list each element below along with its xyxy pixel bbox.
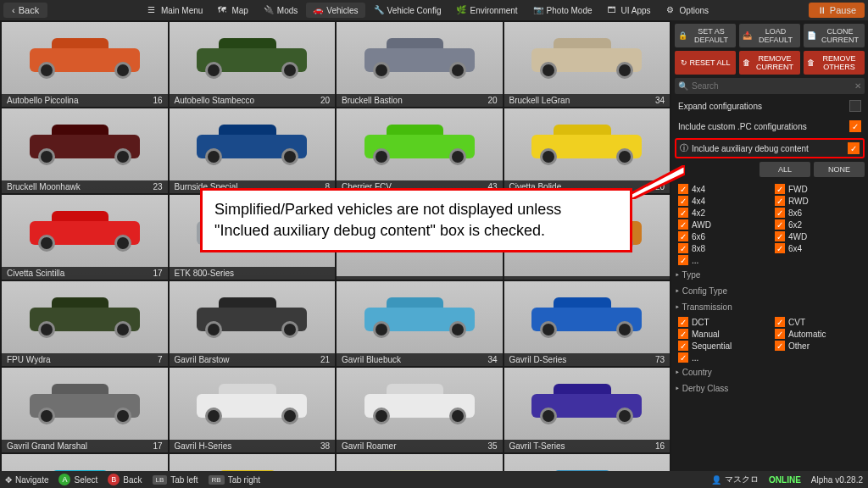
filter-item[interactable]: ... [678, 352, 768, 363]
search-box[interactable]: 🔍 ✕ [675, 78, 865, 94]
vehicle-name: Bruckell LeGran [509, 96, 570, 105]
remove-others-button[interactable]: 🗑 REMOVE OTHERS [804, 51, 865, 75]
nav-vehicles[interactable]: 🚗Vehicles [306, 3, 364, 18]
vehicle-count: 34 [487, 355, 497, 364]
include-custom-check[interactable]: Include custom .PC configurations [675, 118, 865, 135]
select-hint: ASelect [58, 474, 97, 485]
filter-item[interactable]: Automatic [775, 329, 865, 339]
nav-mods[interactable]: 🔌Mods [257, 3, 304, 18]
filter-item[interactable]: Manual [678, 329, 768, 339]
annotation-callout: Simplified/Parked vehicles are not displ… [200, 188, 632, 252]
clone-current-button[interactable]: 📄 CLONE CURRENT [804, 24, 865, 47]
map-icon: 🗺 [218, 5, 228, 15]
vehicle-card[interactable] [2, 454, 168, 471]
vehicle-card[interactable]: Civetta Scintilla17 [2, 195, 168, 280]
vehicle-card[interactable]: Bruckell Moonhawk23 [2, 108, 168, 193]
vehicle-count: 21 [320, 355, 330, 364]
include-custom-label: Include custom .PC configurations [678, 122, 807, 131]
checkbox-checked-icon [775, 231, 785, 241]
checkbox-checked-icon [678, 341, 688, 351]
vehicle-card[interactable]: Civetta Bolide20 [504, 108, 670, 193]
filter-item[interactable]: 6x2 [775, 219, 865, 230]
nav-environment[interactable]: 🌿Environment [449, 3, 524, 18]
transmission-filters: DCTCVTManualAutomaticSequentialOther... [675, 317, 865, 363]
checkbox-checked-icon [678, 329, 688, 339]
vehicle-card[interactable]: FPU Wydra7 [2, 281, 168, 366]
vehicle-card[interactable]: Gavril Bluebuck34 [337, 281, 503, 366]
filter-item[interactable]: 8x8 [678, 243, 768, 253]
env-icon: 🌿 [456, 5, 466, 15]
checkbox-checked-icon [678, 231, 688, 241]
vehicle-card[interactable]: Gavril Barstow21 [170, 281, 336, 366]
set-default-button[interactable]: 🔒 SET AS DEFAULT [675, 24, 736, 47]
nav-options[interactable]: ⚙Options [659, 3, 715, 18]
vehicle-card[interactable] [337, 454, 503, 471]
vehicle-card[interactable]: Gavril Grand Marshal17 [2, 368, 168, 452]
gear-icon: ⚙ [666, 5, 676, 15]
vehicle-card[interactable]: Gavril H-Series38 [170, 368, 336, 452]
type-heading[interactable]: ‣ Type [675, 270, 865, 280]
search-input[interactable] [692, 81, 851, 91]
derby-heading[interactable]: ‣ Derby Class [675, 384, 865, 393]
nav-ui-apps[interactable]: 🗔UI Apps [601, 3, 658, 18]
filter-item[interactable]: FWD [775, 184, 865, 194]
vehicle-card[interactable]: Cherrier FCV43 [337, 108, 503, 193]
vehicle-card[interactable]: Bruckell Bastion20 [337, 22, 503, 107]
tabright-hint: RBTab right [209, 475, 260, 485]
vehicle-card[interactable]: Gavril T-Series16 [504, 368, 670, 452]
filter-item[interactable]: 6x6 [678, 231, 768, 241]
filter-item[interactable]: 4WD [775, 231, 865, 241]
filter-item[interactable]: Other [775, 341, 865, 351]
vehicle-card[interactable]: Gavril D-Series73 [504, 281, 670, 366]
vehicle-card[interactable]: Gavril Roamer35 [337, 368, 503, 452]
filter-item[interactable]: 4x2 [678, 208, 768, 218]
ui-icon: 🗔 [608, 5, 618, 15]
nav-main-menu[interactable]: ☰Main Menu [141, 3, 209, 18]
reset-all-button[interactable]: ↻ RESET ALL [675, 51, 736, 75]
filter-item[interactable]: 6x4 [775, 243, 865, 253]
back-button[interactable]: ‹ Back [3, 3, 47, 18]
none-button[interactable]: NONE [814, 162, 865, 177]
a-button-icon: A [58, 474, 70, 485]
expand-configs-check[interactable]: Expand configurations [675, 97, 865, 114]
vehicle-name: FPU Wydra [7, 355, 51, 364]
include-debug-check[interactable]: ⓘ Include auxiliary debug content [675, 138, 865, 158]
vehicle-name: Gavril Barstow [175, 355, 230, 364]
vehicle-card[interactable] [504, 454, 670, 471]
vehicle-count: 35 [487, 441, 497, 451]
nav-map[interactable]: 🗺Map [211, 3, 254, 18]
clear-icon[interactable]: ✕ [854, 81, 861, 91]
vehicle-card[interactable]: Autobello Stambecco20 [170, 22, 336, 107]
vehicle-card[interactable] [170, 454, 336, 471]
online-status: ONLINE [769, 475, 801, 485]
filter-item[interactable]: CVT [775, 317, 865, 327]
vehicle-count: 23 [153, 182, 162, 191]
filter-item[interactable]: DCT [678, 317, 768, 327]
checkbox-checked-icon [775, 317, 785, 327]
version-label: Alpha v0.28.2 [811, 475, 863, 485]
info-icon: ⓘ [680, 142, 688, 154]
vehicle-card[interactable]: Burnside Special8 [170, 108, 336, 193]
filter-item[interactable]: AWD [678, 219, 768, 230]
filter-item[interactable]: 4x4 [678, 184, 768, 194]
all-button[interactable]: ALL [760, 162, 810, 177]
vehicle-card[interactable]: Autobello Piccolina16 [2, 22, 168, 107]
filter-item[interactable]: 8x6 [775, 208, 865, 218]
checkbox-checked-icon [678, 219, 688, 230]
configtype-heading[interactable]: ‣ Config Type [675, 286, 865, 296]
vehicle-name: ETK 800-Series [175, 269, 235, 278]
filter-item[interactable]: ... [678, 255, 768, 265]
nav-vehicle-config[interactable]: 🔧Vehicle Config [367, 3, 448, 18]
load-default-button[interactable]: 📥 LOAD DEFAULT [739, 24, 800, 47]
filter-item[interactable]: Sequential [678, 341, 768, 351]
filter-item[interactable]: 4x4 [678, 196, 768, 206]
remove-current-button[interactable]: 🗑 REMOVE CURRENT [739, 51, 800, 75]
vehicle-name: Bruckell Moonhawk [7, 182, 81, 191]
filter-item[interactable]: RWD [775, 196, 865, 206]
transmission-heading[interactable]: ‣ Transmission [675, 302, 865, 312]
nav-photo-mode[interactable]: 📷Photo Mode [526, 3, 599, 18]
vehicle-card[interactable]: Bruckell LeGran34 [504, 22, 670, 107]
b-button-icon: B [108, 474, 120, 485]
country-heading[interactable]: ‣ Country [675, 368, 865, 377]
pause-button[interactable]: ⏸ Pause [809, 3, 865, 18]
